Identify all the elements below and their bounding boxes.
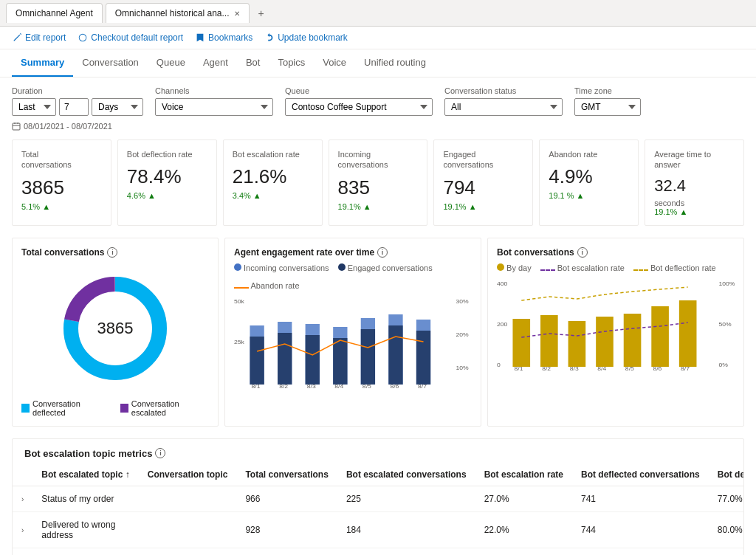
tab-topics[interactable]: Topics — [269, 49, 314, 77]
add-tab-button[interactable]: + — [252, 4, 270, 22]
svg-text:8/4: 8/4 — [334, 382, 343, 390]
legend-escalated: Conversation escalated — [120, 399, 209, 417]
timezone-select[interactable]: GMT — [574, 98, 641, 116]
bot-escalated-topic-header[interactable]: Bot escalated topic ↑ — [32, 463, 138, 486]
agent-engagement-svg: 50k 25k 30% 20% 10% — [234, 296, 472, 392]
calendar-icon — [12, 122, 21, 131]
tab-conversation[interactable]: Conversation — [73, 49, 148, 77]
bot-escalation-rate-header: Bot escalation rate — [475, 463, 572, 486]
channels-select[interactable]: Voice — [155, 98, 273, 116]
legend-deflected: Conversation deflected — [21, 399, 109, 417]
checkout-default-report-button[interactable]: Checkout default report — [78, 32, 183, 43]
svg-text:8/5: 8/5 — [362, 382, 371, 390]
by-day-legend-dot — [497, 263, 504, 271]
expand-col-header — [13, 463, 32, 486]
expand-row-button[interactable]: › — [21, 526, 24, 534]
engaged-legend-dot — [338, 263, 346, 271]
bot-deflection-rate-header: Bot deflection rate — [709, 463, 743, 486]
expand-row-button[interactable]: › — [21, 495, 24, 503]
total-conversations-chart: Total conversations i 3865 — [12, 238, 219, 427]
duration-unit-select[interactable]: Days — [92, 98, 143, 116]
svg-rect-23 — [361, 329, 375, 385]
svg-rect-22 — [333, 338, 347, 385]
date-range-text: 08/01/2021 - 08/07/2021 — [24, 122, 112, 131]
chart-title: Total conversations i — [21, 247, 209, 258]
channels-label: Channels — [155, 86, 273, 95]
esc-rate-legend-dash — [540, 269, 555, 271]
sync-icon — [264, 32, 275, 43]
kpi-row: Totalconversations 3865 5.1% ▲ Bot defle… — [0, 134, 756, 232]
topic-cell: Delivered to wrong address — [32, 511, 138, 548]
kpi-delta: 19.1% ▲ — [443, 202, 523, 211]
close-tab-icon[interactable]: ✕ — [234, 10, 240, 18]
defl-rate-cell: 80.0% — [709, 511, 743, 548]
svg-rect-21 — [306, 335, 320, 385]
bot-conversations-svg: 400 200 0 100% 50% 0% — [497, 278, 735, 374]
bot-conversations-chart: Bot conversations i By day Bot escalatio… — [487, 238, 744, 427]
svg-rect-39 — [512, 319, 530, 367]
bot-escalated-conversations-header: Bot escalated conversations — [337, 463, 475, 486]
tab-omnichannel-agent[interactable]: Omnichannel Agent — [6, 3, 103, 23]
svg-rect-0 — [13, 123, 20, 130]
table-title-text: Bot escalation topic metrics — [24, 448, 152, 459]
kpi-delta: 4.6% ▲ — [127, 191, 207, 200]
bookmarks-button[interactable]: Bookmarks — [195, 32, 252, 43]
defl-rate-cell: 77.0% — [709, 486, 743, 511]
donut-label: 3865 — [97, 319, 134, 338]
kpi-avg-time-to-answer: Average time to answer 32.4 seconds 19.1… — [645, 139, 744, 226]
duration-prefix-select[interactable]: Last — [12, 98, 56, 116]
table-row: › Payment declined 696 125 15.0% 570 82.… — [13, 548, 743, 555]
total-cell: 966 — [236, 486, 337, 511]
queue-select[interactable]: Contoso Coffee Support — [285, 98, 433, 116]
duration-value-input[interactable] — [59, 98, 89, 116]
svg-text:30%: 30% — [456, 297, 470, 305]
escalated-cell: 184 — [337, 511, 475, 548]
esc-rate-cell: 22.0% — [475, 511, 572, 548]
conversation-status-label: Conversation status — [444, 86, 563, 95]
tab-bot[interactable]: Bot — [237, 49, 269, 77]
refresh-icon — [78, 32, 88, 43]
chart-legend: By day Bot escalation rate Bot deflectio… — [497, 263, 735, 272]
chart-legend: Incoming conversations Engaged conversat… — [234, 263, 472, 290]
update-bookmark-button[interactable]: Update bookmark — [264, 32, 348, 43]
filters-bar: Duration Last Days Channels Voice Queue … — [0, 77, 756, 119]
conv-topic-cell — [139, 511, 237, 548]
kpi-value: 835 — [338, 176, 419, 199]
defl-rate-cell: 82.0% — [709, 548, 743, 555]
svg-rect-45 — [679, 300, 697, 367]
donut-container: 3865 Conversation deflected Conversation… — [21, 263, 209, 417]
duration-label: Duration — [12, 86, 143, 95]
svg-text:10%: 10% — [456, 364, 470, 371]
kpi-value: 794 — [443, 176, 523, 199]
chart-area: 400 200 0 100% 50% 0% — [497, 278, 735, 374]
svg-text:8/1: 8/1 — [252, 382, 261, 390]
queue-filter: Queue Contoso Coffee Support — [285, 86, 433, 116]
info-icon: i — [577, 247, 588, 258]
kpi-title: Engagedconversations — [443, 149, 523, 170]
kpi-total-conversations: Totalconversations 3865 5.1% ▲ — [12, 139, 111, 226]
conversation-topic-header: Conversation topic — [139, 463, 237, 486]
tab-summary[interactable]: Summary — [12, 49, 73, 77]
edit-report-button[interactable]: Edit report — [12, 32, 66, 43]
channels-filter: Channels Voice — [155, 86, 273, 116]
svg-text:8/2: 8/2 — [542, 365, 551, 372]
svg-text:0%: 0% — [719, 361, 729, 368]
esc-rate-cell: 27.0% — [475, 486, 572, 511]
kpi-title: Bot escalation rate — [233, 149, 313, 159]
total-cell: 696 — [236, 548, 337, 555]
kpi-title: Totalconversations — [21, 149, 102, 170]
svg-rect-42 — [596, 317, 614, 367]
tab-unified-routing[interactable]: Unified routing — [355, 49, 435, 77]
tab-queue[interactable]: Queue — [148, 49, 194, 77]
app-container: Edit report Checkout default report Book… — [0, 27, 756, 555]
chart-title: Agent engagement rate over time i — [234, 247, 472, 258]
kpi-seconds: seconds — [654, 199, 735, 207]
tab-agent[interactable]: Agent — [194, 49, 237, 77]
tab-omnichannel-historical[interactable]: Omnichannel historical ana... ✕ — [106, 3, 250, 23]
kpi-abandon-rate: Abandon rate 4.9% 19.1 % ▲ — [539, 139, 639, 226]
kpi-delta: 19.1% ▲ — [338, 202, 419, 211]
svg-text:8/2: 8/2 — [279, 382, 288, 390]
conv-topic-cell — [139, 486, 237, 511]
tab-voice[interactable]: Voice — [314, 49, 355, 77]
conversation-status-select[interactable]: All — [444, 98, 563, 116]
